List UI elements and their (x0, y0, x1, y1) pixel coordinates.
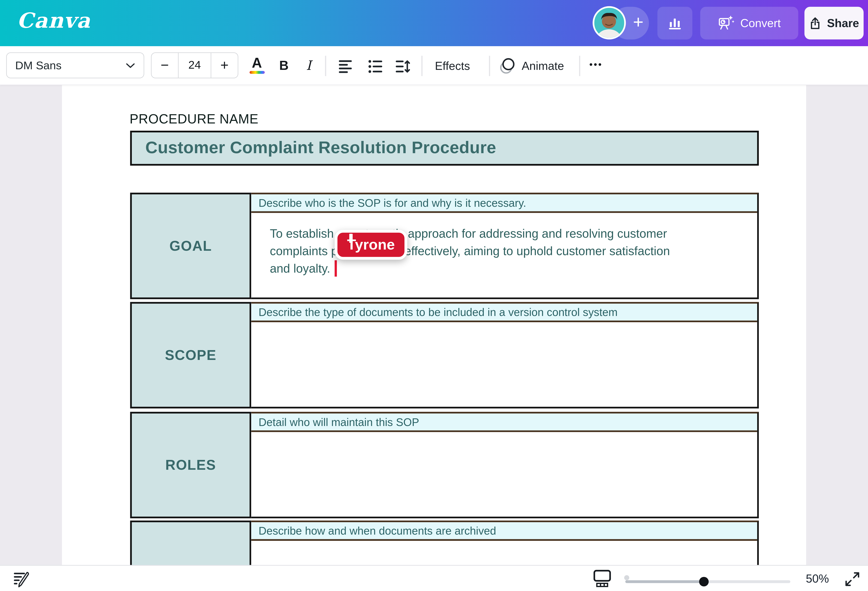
share-label: Share (827, 16, 859, 30)
row-label: ROLES (165, 457, 216, 473)
convert-label: Convert (740, 16, 781, 30)
font-size-increase-button[interactable]: + (211, 53, 238, 78)
zoom-fit-dot (624, 575, 629, 580)
collaborator-name: Tyrone (347, 236, 395, 254)
row-label-cell[interactable]: SCOPE (130, 302, 251, 408)
row-content-column: Describe how and when documents are arch… (251, 520, 759, 565)
ellipsis-icon: ••• (589, 59, 602, 70)
toolbar-divider (579, 56, 580, 76)
hint-text: Describe how and when documents are arch… (258, 524, 496, 537)
font-family-select[interactable]: DM Sans (6, 52, 144, 78)
procedure-name-label[interactable]: PROCEDURE NAME (130, 112, 258, 127)
toolbar-divider (325, 56, 326, 76)
line-spacing-icon (394, 59, 411, 74)
collaborator-caret-mark (349, 234, 353, 243)
chevron-down-icon (125, 62, 135, 68)
effects-button[interactable]: Effects (435, 46, 470, 85)
font-size-decrease-button[interactable]: − (152, 53, 178, 78)
bullet-list-icon (367, 59, 384, 74)
collaborator-caret (335, 260, 337, 276)
zoom-slider-thumb[interactable] (699, 577, 709, 587)
hint-text: Describe the type of documents to be inc… (258, 306, 618, 319)
pages-icon (593, 570, 612, 588)
row-label-cell[interactable] (130, 520, 251, 565)
more-options-button[interactable]: ••• (589, 46, 602, 85)
hint-cell[interactable]: Describe the type of documents to be inc… (251, 304, 757, 322)
avatar-photo (594, 8, 624, 38)
align-left-icon (337, 59, 354, 74)
body-cell[interactable] (251, 322, 757, 407)
animate-icon (498, 56, 517, 75)
hint-cell[interactable]: Detail who will maintain this SOP (251, 414, 757, 432)
bullet-list-button[interactable] (364, 57, 387, 76)
canva-editor: Canva + (0, 0, 868, 591)
notes-icon (12, 570, 31, 588)
text-color-button[interactable]: A (246, 55, 267, 77)
table-row-goal: GOAL Describe who is the SOP is for and … (130, 193, 759, 299)
hint-cell[interactable]: Describe how and when documents are arch… (251, 522, 757, 541)
avatar[interactable] (593, 6, 626, 40)
expand-icon (844, 571, 861, 588)
animate-button[interactable]: Animate (498, 46, 564, 85)
rainbow-color-bar (249, 71, 264, 74)
table-row-archive: Describe how and when documents are arch… (130, 520, 759, 565)
procedure-title: Customer Complaint Resolution Procedure (132, 132, 757, 163)
canva-logo[interactable]: Canva (17, 8, 90, 33)
insights-button[interactable] (657, 7, 692, 40)
row-label-cell[interactable]: ROLES (130, 412, 251, 518)
italic-button[interactable]: I (299, 55, 318, 77)
status-bar: 50% (0, 565, 868, 591)
text-toolbar: DM Sans − 24 + A B I (0, 46, 868, 85)
body-cell[interactable]: To establish a systematic approach for a… (251, 213, 757, 297)
magic-convert-icon (718, 15, 735, 31)
animate-label: Animate (522, 59, 564, 72)
share-icon (809, 16, 821, 30)
bar-chart-icon (667, 16, 682, 31)
font-size-stepper: − 24 + (151, 52, 238, 78)
row-label-cell[interactable]: GOAL (130, 193, 251, 299)
toolbar-divider (489, 56, 490, 76)
line-spacing-button[interactable] (391, 57, 414, 76)
row-content-column: Describe who is the SOP is for and why i… (251, 193, 759, 299)
document-page[interactable]: PROCEDURE NAME Customer Complaint Resolu… (62, 85, 806, 565)
row-content-column: Describe the type of documents to be inc… (251, 302, 759, 408)
body-text-line: and loyalty. (270, 260, 740, 278)
table-row-scope: SCOPE Describe the type of documents to … (130, 302, 759, 408)
bold-button[interactable]: B (275, 55, 294, 77)
row-content-column: Detail who will maintain this SOP (251, 412, 759, 518)
table-row-roles: ROLES Detail who will maintain this SOP (130, 412, 759, 518)
editor-canvas: PROCEDURE NAME Customer Complaint Resolu… (0, 85, 868, 565)
share-button[interactable]: Share (805, 7, 864, 40)
hint-text: Describe who is the SOP is for and why i… (258, 197, 526, 209)
top-bar: Canva + (0, 0, 868, 46)
fullscreen-button[interactable] (844, 571, 861, 588)
plus-icon[interactable]: + (627, 7, 650, 40)
hint-cell[interactable]: Describe who is the SOP is for and why i… (251, 194, 757, 213)
font-family-value: DM Sans (15, 59, 62, 72)
toolbar-divider (421, 56, 422, 76)
alignment-button[interactable] (335, 57, 357, 76)
text-color-letter: A (246, 55, 267, 71)
body-cell[interactable] (251, 541, 757, 565)
grid-view-button[interactable] (593, 570, 612, 588)
notes-button[interactable] (12, 570, 31, 588)
procedure-title-box[interactable]: Customer Complaint Resolution Procedure (130, 131, 759, 165)
hint-text: Detail who will maintain this SOP (258, 415, 419, 428)
convert-button[interactable]: Convert (700, 7, 798, 40)
collaborator-cursor-label: Tyrone (335, 230, 407, 260)
row-label: GOAL (170, 238, 212, 254)
font-size-value[interactable]: 24 (178, 53, 211, 78)
row-label: SCOPE (165, 347, 217, 363)
zoom-level[interactable]: 50% (800, 566, 835, 591)
body-cell[interactable] (251, 432, 757, 517)
